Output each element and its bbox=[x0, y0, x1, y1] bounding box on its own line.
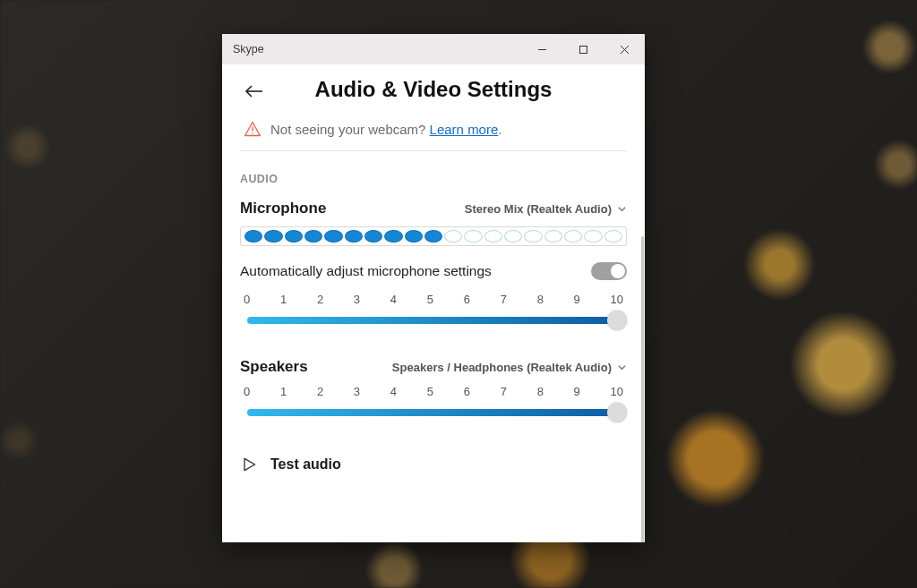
page-title: Audio & Video Settings bbox=[222, 77, 645, 102]
speakers-volume-ticks: 012345678910 bbox=[240, 385, 627, 402]
speakers-device-select[interactable]: Speakers / Headphones (Realtek Audio) bbox=[392, 361, 627, 374]
maximize-button[interactable] bbox=[562, 34, 604, 64]
tick-label: 0 bbox=[244, 293, 250, 306]
arrow-left-icon bbox=[244, 84, 264, 98]
meter-segment bbox=[285, 230, 303, 243]
toggle-knob bbox=[611, 264, 625, 278]
warning-text: Not seeing your webcam? Learn more. bbox=[270, 122, 501, 137]
back-button[interactable] bbox=[236, 77, 272, 106]
speakers-device-name: Speakers / Headphones (Realtek Audio) bbox=[392, 361, 612, 374]
speakers-volume-slider[interactable] bbox=[240, 402, 627, 423]
chevron-down-icon bbox=[617, 204, 627, 214]
meter-segment bbox=[324, 230, 342, 243]
auto-adjust-row: Automatically adjust microphone settings bbox=[240, 262, 627, 280]
meter-segment bbox=[464, 230, 482, 243]
meter-segment bbox=[364, 230, 382, 243]
meter-segment bbox=[444, 230, 462, 243]
meter-segment bbox=[524, 230, 542, 243]
chevron-down-icon bbox=[617, 362, 627, 372]
slider-thumb[interactable] bbox=[607, 403, 627, 422]
speakers-row: Speakers Speakers / Headphones (Realtek … bbox=[240, 358, 627, 376]
tick-label: 10 bbox=[611, 293, 623, 306]
meter-segment bbox=[604, 230, 622, 243]
tick-label: 4 bbox=[390, 385, 397, 398]
meter-segment bbox=[345, 230, 363, 243]
tick-label: 2 bbox=[317, 385, 323, 398]
tick-label: 6 bbox=[464, 293, 470, 306]
tick-label: 8 bbox=[537, 385, 544, 398]
meter-segment bbox=[564, 230, 582, 243]
play-icon bbox=[240, 456, 258, 473]
window-titlebar[interactable]: Skype bbox=[222, 34, 645, 64]
meter-segment bbox=[244, 230, 262, 243]
svg-rect-1 bbox=[579, 46, 587, 53]
speakers-label: Speakers bbox=[240, 358, 308, 376]
tick-label: 9 bbox=[574, 385, 580, 398]
tick-label: 6 bbox=[464, 385, 470, 398]
meter-segment bbox=[384, 230, 402, 243]
test-audio-label: Test audio bbox=[270, 456, 341, 473]
divider bbox=[240, 150, 627, 151]
tick-label: 0 bbox=[244, 385, 250, 398]
audio-section-label: AUDIO bbox=[240, 173, 627, 185]
tick-label: 1 bbox=[280, 293, 287, 306]
settings-content: Not seeing your webcam? Learn more. AUDI… bbox=[222, 118, 645, 542]
tick-label: 5 bbox=[427, 293, 433, 306]
tick-label: 2 bbox=[317, 293, 323, 306]
tick-label: 10 bbox=[611, 385, 623, 398]
microphone-volume-ticks: 012345678910 bbox=[240, 293, 627, 310]
meter-segment bbox=[304, 230, 322, 243]
skype-settings-window: Skype Audio & Video Settings bbox=[222, 34, 645, 542]
microphone-device-name: Stereo Mix (Realtek Audio) bbox=[465, 202, 612, 216]
window-title: Skype bbox=[222, 43, 521, 55]
close-button[interactable] bbox=[604, 34, 645, 64]
svg-point-6 bbox=[252, 132, 253, 134]
page-header: Audio & Video Settings bbox=[222, 64, 645, 118]
tick-label: 9 bbox=[574, 293, 580, 306]
tick-label: 7 bbox=[501, 385, 507, 398]
auto-adjust-toggle[interactable] bbox=[591, 262, 627, 280]
auto-adjust-label: Automatically adjust microphone settings bbox=[240, 263, 492, 279]
tick-label: 4 bbox=[390, 293, 397, 306]
microphone-device-select[interactable]: Stereo Mix (Realtek Audio) bbox=[465, 202, 627, 216]
microphone-label: Microphone bbox=[240, 200, 326, 217]
microphone-volume-block: 012345678910 bbox=[240, 293, 627, 331]
webcam-warning: Not seeing your webcam? Learn more. bbox=[240, 118, 627, 150]
meter-segment bbox=[405, 230, 423, 243]
meter-segment bbox=[424, 230, 442, 243]
meter-segment bbox=[264, 230, 282, 243]
slider-track bbox=[247, 317, 620, 324]
test-audio-button[interactable]: Test audio bbox=[240, 450, 627, 473]
tick-label: 5 bbox=[427, 385, 433, 398]
warning-icon bbox=[244, 120, 261, 138]
slider-track bbox=[247, 409, 620, 416]
meter-segment bbox=[584, 230, 602, 243]
tick-label: 7 bbox=[501, 293, 507, 306]
minimize-button[interactable] bbox=[521, 34, 562, 64]
learn-more-link[interactable]: Learn more bbox=[430, 122, 499, 137]
microphone-volume-slider[interactable] bbox=[240, 310, 627, 331]
tick-label: 3 bbox=[354, 385, 360, 398]
tick-label: 3 bbox=[354, 293, 360, 306]
meter-segment bbox=[484, 230, 502, 243]
tick-label: 1 bbox=[280, 385, 287, 398]
microphone-level-meter bbox=[240, 226, 627, 246]
speakers-volume-block: 012345678910 bbox=[240, 385, 627, 423]
microphone-row: Microphone Stereo Mix (Realtek Audio) bbox=[240, 200, 627, 217]
scrollbar[interactable] bbox=[641, 236, 644, 542]
meter-segment bbox=[504, 230, 522, 243]
slider-thumb[interactable] bbox=[607, 311, 627, 330]
meter-segment bbox=[544, 230, 562, 243]
tick-label: 8 bbox=[537, 293, 544, 306]
